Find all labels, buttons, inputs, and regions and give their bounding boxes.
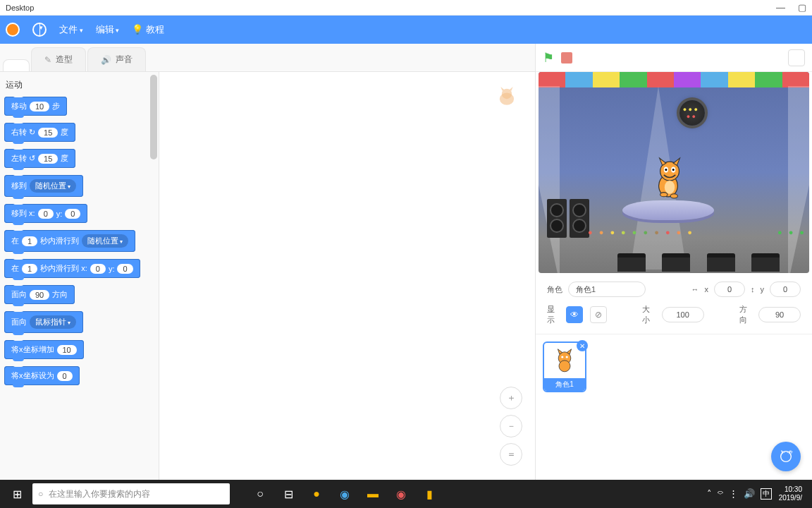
green-flag-button[interactable]: ⚑ [543, 50, 554, 66]
prop-name-label: 角色 [547, 284, 562, 295]
tray-bluetooth-icon[interactable]: ⌔ [718, 488, 723, 500]
svg-text:+: + [790, 449, 794, 456]
window-title: Desktop [6, 4, 34, 12]
tab-costumes[interactable]: ✎造型 [31, 47, 86, 71]
tab-code[interactable] [3, 59, 30, 71]
start-button[interactable]: ⊞ [4, 481, 30, 507]
stop-button[interactable] [561, 52, 572, 64]
add-sprite-button[interactable]: + [771, 442, 801, 471]
tray-volume-icon[interactable]: 🔊 [744, 488, 755, 500]
search-icon: ○ [38, 489, 43, 499]
prop-x-input[interactable] [714, 282, 745, 297]
block-point-direction[interactable]: 面向90方向 [4, 285, 75, 304]
prop-dir-label: 方向 [739, 304, 751, 325]
cortana-icon[interactable]: ○ [247, 480, 273, 507]
app-icon-2[interactable]: ◉ [388, 480, 414, 507]
workspace: ✎造型 🔊声音 运动 移动10步 右转 ↻15度 左转 ↺15度 移到随机位置 [0, 44, 812, 480]
canvas-controls: ＋ － ＝ [500, 387, 522, 466]
svg-point-7 [665, 169, 668, 171]
prop-size-input[interactable] [662, 307, 704, 322]
editor-area: 运动 移动10步 右转 ↻15度 左转 ↺15度 移到随机位置 移到 x:0y:… [0, 72, 535, 480]
taskview-icon[interactable]: ⊟ [275, 480, 302, 507]
block-palette[interactable]: 运动 移动10步 右转 ↻15度 左转 ↺15度 移到随机位置 移到 x:0y:… [0, 72, 159, 480]
prop-show-label: 显示 [547, 304, 559, 325]
speaker-icon: 🔊 [101, 55, 111, 65]
prop-name-input[interactable] [568, 282, 646, 297]
disco-ball-icon [679, 100, 705, 126]
search-placeholder: 在这里输入你要搜索的内容 [49, 488, 150, 500]
stage-bulbs [539, 228, 809, 236]
svg-point-4 [670, 194, 677, 198]
sprite-cat[interactable] [646, 157, 690, 202]
block-glide-xy[interactable]: 在1秒内滑行到 x:0y:0 [4, 259, 140, 278]
window-titlebar: Desktop — ▢ [0, 0, 812, 16]
spotlight-left [539, 86, 560, 273]
block-goto-random[interactable]: 移到随机位置 [4, 175, 83, 197]
prop-x-label: x [705, 285, 709, 294]
sprite-thumbnail[interactable]: ✕ 角色1 [543, 341, 586, 392]
zoom-in-button[interactable]: ＋ [500, 387, 522, 409]
svg-point-12 [559, 361, 570, 372]
block-turn-right[interactable]: 右转 ↻15度 [4, 123, 75, 142]
prop-dir-input[interactable] [758, 307, 801, 322]
prop-y-input[interactable] [770, 282, 801, 297]
block-goto-xy[interactable]: 移到 x:0y:0 [4, 204, 87, 223]
windows-taskbar: ⊞ ○ 在这里输入你要搜索的内容 ○ ⊟ ● ◉ ▬ ◉ ▮ ˄ ⌔ ⋮ 🔊 中… [0, 480, 812, 508]
stage-size-button[interactable] [788, 49, 805, 66]
sprite-watermark-icon [494, 85, 519, 110]
menu-edit[interactable]: 编辑 [96, 23, 120, 36]
stage-platform [622, 200, 714, 220]
tray-wifi-icon[interactable]: ⋮ [729, 488, 738, 500]
explorer-icon[interactable]: ▬ [359, 480, 386, 507]
block-set-x[interactable]: 将x坐标设为0 [4, 366, 80, 385]
spotlight-right [788, 86, 809, 273]
svg-point-9 [672, 169, 675, 171]
script-canvas[interactable]: ＋ － ＝ [159, 72, 535, 480]
editor-tabs: ✎造型 🔊声音 [0, 44, 535, 72]
block-change-x[interactable]: 将x坐标增加10 [4, 340, 84, 359]
language-icon[interactable] [32, 23, 47, 37]
minimize-button[interactable]: — [776, 2, 785, 13]
stage-monitors [609, 253, 788, 272]
block-point-towards[interactable]: 面向鼠标指针 [4, 311, 83, 333]
delete-sprite-button[interactable]: ✕ [577, 340, 588, 351]
stage-header: ⚑ [536, 44, 812, 72]
tab-sounds[interactable]: 🔊声音 [87, 47, 146, 71]
cat-icon [548, 346, 582, 374]
maximize-button[interactable]: ▢ [798, 2, 806, 13]
editor-pane: ✎造型 🔊声音 运动 移动10步 右转 ↻15度 左转 ↺15度 移到随机位置 [0, 44, 536, 480]
taskbar-search[interactable]: ○ 在这里输入你要搜索的内容 [32, 483, 230, 504]
stage-pane: ⚑ [536, 44, 812, 480]
palette-scrollbar[interactable] [150, 75, 157, 159]
prop-y-label: y [761, 285, 765, 294]
menu-file[interactable]: 文件 [59, 23, 83, 36]
hide-button[interactable]: ⊘ [590, 306, 607, 323]
svg-point-13 [561, 356, 563, 358]
block-turn-left[interactable]: 左转 ↺15度 [4, 149, 75, 168]
svg-point-14 [566, 356, 568, 358]
brush-icon: ✎ [44, 55, 51, 65]
stage-lights [539, 72, 809, 87]
menu-tutorial[interactable]: 💡 教程 [132, 23, 164, 36]
zoom-reset-button[interactable]: ＝ [500, 443, 522, 466]
chrome-icon[interactable]: ● [303, 480, 330, 507]
stage[interactable] [539, 72, 809, 273]
svg-point-10 [665, 181, 675, 194]
sprite-list: ✕ 角色1 + [536, 334, 812, 480]
system-tray: ˄ ⌔ ⋮ 🔊 中 10:30 2019/9/ [707, 485, 808, 502]
cat-plus-icon: + [778, 449, 794, 464]
app-icon-3[interactable]: ▮ [416, 480, 443, 507]
block-move-steps[interactable]: 移动10步 [4, 97, 67, 116]
block-glide-random[interactable]: 在1秒内滑行到随机位置 [4, 230, 135, 252]
show-button[interactable]: 👁 [566, 306, 583, 323]
app-icon-1[interactable]: ◉ [331, 480, 358, 507]
tray-ime-icon[interactable]: 中 [761, 488, 772, 500]
taskbar-apps: ○ ⊟ ● ◉ ▬ ◉ ▮ [247, 480, 443, 507]
taskbar-clock[interactable]: 10:30 2019/9/ [779, 485, 802, 502]
prop-size-label: 大小 [642, 304, 654, 325]
scratch-logo-icon[interactable] [6, 23, 20, 37]
arrow-horiz-icon: ↔ [691, 285, 699, 294]
zoom-out-button[interactable]: － [500, 415, 522, 437]
arrow-vert-icon: ↕ [751, 285, 755, 294]
tray-up-icon[interactable]: ˄ [707, 488, 712, 500]
